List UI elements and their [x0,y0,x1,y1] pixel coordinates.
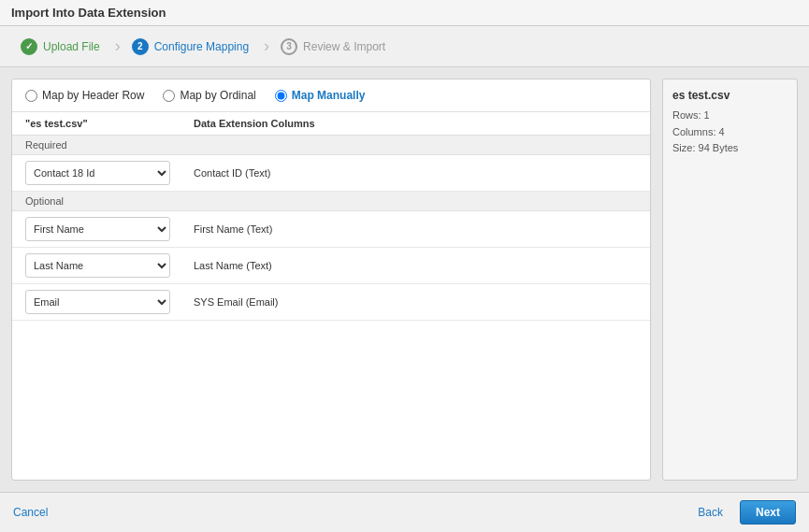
option-ordinal[interactable]: Map by Ordinal [163,89,255,102]
next-button[interactable]: Next [740,500,796,525]
file-info-columns: Columns: 4 [672,124,787,141]
step-arrow-2: › [264,36,269,56]
step-upload-number: ✓ [21,38,37,55]
step-upload-label: Upload File [43,40,100,53]
table-header: "es test.csv" Data Extension Columns [12,112,650,136]
de-col-last-name: Last Name (Text) [194,260,637,271]
step-review-number: 3 [281,38,297,55]
section-optional: Optional [12,192,650,211]
step-review: 3 Review & Import [271,26,398,66]
csv-select-first-name[interactable]: First Name Contact 18 Id Last Name Email [25,217,170,241]
file-info-title: es test.csv [672,89,787,102]
option-manual[interactable]: Map Manually [275,89,366,102]
col-de-header: Data Extension Columns [194,118,637,129]
file-info-size: Size: 94 Bytes [672,140,787,157]
left-panel: Map by Header Row Map by Ordinal Map Man… [11,79,651,481]
step-configure: 2 Configure Mapping [123,26,262,66]
table-row: Email Contact 18 Id First Name Last Name… [12,284,650,321]
footer-left: Cancel [13,506,48,519]
radio-manual[interactable] [275,90,287,102]
title-text: Import Into Data Extension [11,6,166,20]
option-header-row-label: Map by Header Row [42,89,144,102]
csv-select-last-name[interactable]: Last Name Contact 18 Id First Name Email [25,253,170,278]
col-csv-header: "es test.csv" [25,118,194,129]
table-row: Last Name Contact 18 Id First Name Email… [12,248,650,284]
footer-right: Back Next [688,500,796,525]
title-bar: Import Into Data Extension [0,0,809,26]
mapping-options: Map by Header Row Map by Ordinal Map Man… [12,79,650,112]
radio-header-row[interactable] [25,90,37,102]
steps-bar: ✓ Upload File › 2 Configure Mapping › 3 … [0,26,809,67]
radio-ordinal[interactable] [163,90,175,102]
step-configure-label: Configure Mapping [154,40,249,53]
de-col-contact-id: Contact ID (Text) [194,167,637,179]
de-col-first-name: First Name (Text) [194,223,637,235]
file-info-rows: Rows: 1 [672,108,787,124]
option-manual-label: Map Manually [292,89,366,102]
csv-select-email[interactable]: Email Contact 18 Id First Name Last Name [25,290,170,314]
main-content: Map by Header Row Map by Ordinal Map Man… [0,67,809,492]
right-panel: es test.csv Rows: 1 Columns: 4 Size: 94 … [662,79,798,481]
step-configure-number: 2 [132,38,149,55]
step-review-label: Review & Import [303,40,385,53]
de-col-email: SYS Email (Email) [194,296,637,308]
back-button[interactable]: Back [688,502,732,523]
footer: Cancel Back Next [0,492,809,532]
step-arrow-1: › [115,36,121,56]
step-upload: ✓ Upload File [11,26,113,66]
option-header-row[interactable]: Map by Header Row [25,89,144,102]
csv-select-contact-id[interactable]: Contact 18 Id First Name Last Name Email [25,161,170,185]
table-row: First Name Contact 18 Id Last Name Email… [12,211,650,248]
cancel-button[interactable]: Cancel [13,506,48,519]
table-row: Contact 18 Id First Name Last Name Email… [12,155,650,192]
option-ordinal-label: Map by Ordinal [180,89,255,102]
section-required: Required [12,136,650,155]
mapping-table: Required Contact 18 Id First Name Last N… [12,136,650,480]
